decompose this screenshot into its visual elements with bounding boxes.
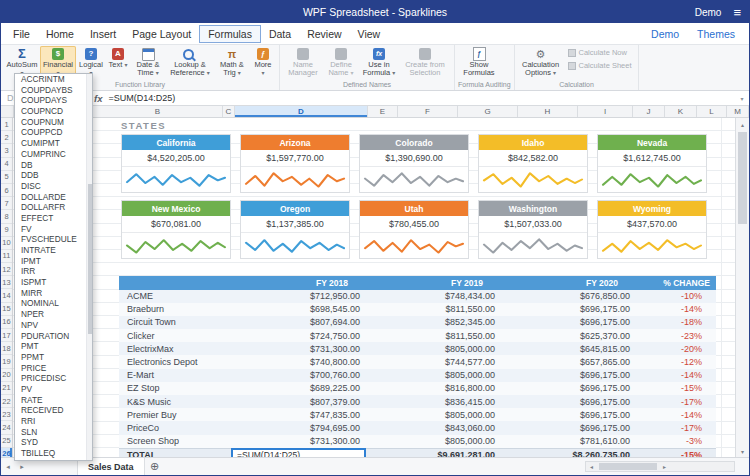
function-list-item[interactable]: ACCRINTM xyxy=(15,74,92,85)
company-cell[interactable]: EZ Stop xyxy=(119,383,231,393)
prev-sheet-icon[interactable]: ◂ xyxy=(1,463,15,471)
sheet-canvas[interactable]: STATES California $4,520,205.00 Arizona … xyxy=(13,118,735,457)
change-cell[interactable]: -10% xyxy=(636,291,716,301)
column-header[interactable]: J xyxy=(633,106,665,117)
vertical-scrollbar[interactable]: ▴ ▾ xyxy=(735,118,749,457)
function-list-item[interactable]: ISPMT xyxy=(15,277,92,288)
fy2020-cell[interactable]: $696,175.00 xyxy=(501,423,636,433)
function-list-item[interactable]: FV xyxy=(15,224,92,235)
fy2018-cell[interactable]: $747,835.00 xyxy=(231,410,366,420)
company-cell[interactable]: Circuit Town xyxy=(119,317,231,327)
fy2019-cell[interactable]: $816,800.00 xyxy=(366,383,501,393)
horizontal-scrollbar[interactable]: ◂ ▸ xyxy=(585,461,735,472)
company-cell[interactable]: Premier Buy xyxy=(119,410,231,420)
row-header[interactable]: 20 xyxy=(1,369,12,382)
column-header[interactable]: G xyxy=(458,106,518,117)
table-row[interactable]: E-Mart $700,760.00 $805,000.00 $696,175.… xyxy=(119,369,716,382)
row-header[interactable]: 13 xyxy=(1,276,12,289)
create-from-selection-button[interactable]: Create from Selection xyxy=(399,46,451,78)
row-header[interactable]: 19 xyxy=(1,355,12,368)
fy2020-cell[interactable]: $696,175.00 xyxy=(501,370,636,380)
state-total-value[interactable]: $1,612,745.00 xyxy=(598,150,706,167)
row-header[interactable]: 21 xyxy=(1,382,12,395)
dropdown-scrollbar-thumb[interactable] xyxy=(88,184,92,334)
more-functions-button[interactable]: ƒ More ▾ xyxy=(250,46,276,78)
row-header[interactable]: 26 xyxy=(1,448,12,457)
fy2019-cell[interactable]: $843,060.00 xyxy=(366,423,501,433)
fy2019-cell[interactable]: $748,434.00 xyxy=(366,291,501,301)
calculate-sheet-button[interactable]: Calculate Sheet xyxy=(568,61,632,70)
calculation-options-button[interactable]: ⚙ Calculation Options ▾ xyxy=(518,46,564,78)
scroll-right-icon[interactable]: ▸ xyxy=(659,463,670,470)
function-list-item[interactable]: IRR xyxy=(15,266,92,277)
fy2020-cell[interactable]: $676,850.00 xyxy=(501,291,636,301)
define-name-button[interactable]: Define Name ▾ xyxy=(323,46,359,78)
row-header[interactable]: 22 xyxy=(1,395,12,408)
function-list-item[interactable]: COUPPCD xyxy=(15,127,92,138)
function-list-item[interactable]: DISC xyxy=(15,181,92,192)
function-list-item[interactable]: INTRATE xyxy=(15,245,92,256)
state-card[interactable]: Colorado $1,390,690.00 xyxy=(359,134,469,193)
tab-view[interactable]: View xyxy=(350,26,389,42)
state-card[interactable]: California $4,520,205.00 xyxy=(121,134,231,193)
tab-page-layout[interactable]: Page Layout xyxy=(124,26,199,42)
function-list-item[interactable]: PRICE xyxy=(15,363,92,374)
state-total-value[interactable]: $4,520,205.00 xyxy=(122,150,230,167)
row-header[interactable]: 12 xyxy=(1,263,12,276)
show-formulas-button[interactable]: ƒ Show Formulas xyxy=(458,46,500,78)
function-list-item[interactable]: SYD xyxy=(15,437,92,448)
total-label[interactable]: TOTAL xyxy=(119,450,231,457)
function-list-item[interactable]: CUMPRINC xyxy=(15,149,92,160)
function-list-item[interactable]: COUPDAYBS xyxy=(15,85,92,96)
tab-formulas[interactable]: Formulas xyxy=(199,25,261,43)
table-row[interactable]: Clicker $724,750.00 $811,550.00 $625,370… xyxy=(119,329,716,342)
row-header[interactable]: 11 xyxy=(1,250,12,263)
function-list-item[interactable]: PRICEDISC xyxy=(15,373,92,384)
fy2019-cell[interactable]: $805,000.00 xyxy=(366,344,501,354)
fy2018-cell[interactable]: $731,300.00 xyxy=(231,436,366,446)
change-cell[interactable]: -17% xyxy=(636,423,716,433)
row-header[interactable]: 2 xyxy=(1,131,12,144)
column-header[interactable]: D xyxy=(235,106,368,117)
state-total-value[interactable]: $1,507,033.00 xyxy=(479,216,587,233)
function-list-item[interactable]: EFFECT xyxy=(15,213,92,224)
state-total-value[interactable]: $670,081.00 xyxy=(122,216,230,233)
table-row[interactable]: Screen Shop $731,300.00 $805,000.00 $781… xyxy=(119,435,716,448)
function-list-item[interactable]: NPV xyxy=(15,320,92,331)
function-list-item[interactable]: IPMT xyxy=(15,256,92,267)
row-header[interactable]: 10 xyxy=(1,237,12,250)
active-edit-cell[interactable]: =SUM(D14:D25) xyxy=(231,448,366,457)
state-card[interactable]: Wyoming $437,570.00 xyxy=(597,200,707,259)
company-cell[interactable]: K&S Music xyxy=(119,397,231,407)
scroll-left-icon[interactable]: ◂ xyxy=(586,463,597,470)
math-trig-button[interactable]: π Math & Trig ▾ xyxy=(214,46,250,78)
change-cell[interactable]: -17% xyxy=(636,397,716,407)
change-cell[interactable]: -14% xyxy=(636,304,716,314)
fy2020-cell[interactable]: $696,175.00 xyxy=(501,410,636,420)
company-cell[interactable]: ElectrixMax xyxy=(119,344,231,354)
fy2020-cell[interactable]: $696,175.00 xyxy=(501,383,636,393)
state-total-value[interactable]: $1,390,690.00 xyxy=(360,150,468,167)
function-list-item[interactable]: DOLLARFR xyxy=(15,202,92,213)
company-cell[interactable]: PriceCo xyxy=(119,423,231,433)
function-list-item[interactable]: DOLLARDE xyxy=(15,192,92,203)
column-header[interactable]: B xyxy=(93,106,223,117)
total-change-cell[interactable]: -15% xyxy=(636,450,716,457)
text-button[interactable]: A Text ▾ xyxy=(106,46,130,69)
column-header[interactable]: K xyxy=(665,106,697,117)
fy2018-cell[interactable]: $807,379.00 xyxy=(231,397,366,407)
change-cell[interactable]: -15% xyxy=(636,383,716,393)
fy2019-cell[interactable]: $811,550.00 xyxy=(366,304,501,314)
row-header[interactable]: 1 xyxy=(1,118,12,131)
function-list-item[interactable]: SLN xyxy=(15,427,92,438)
scroll-down-icon[interactable]: ▾ xyxy=(736,445,749,457)
function-list-item[interactable]: MIRR xyxy=(15,288,92,299)
themes-link[interactable]: Themes xyxy=(697,28,735,40)
change-cell[interactable]: -14% xyxy=(636,410,716,420)
row-header[interactable]: 6 xyxy=(1,184,12,197)
column-header[interactable]: M xyxy=(727,106,749,117)
tab-review[interactable]: Review xyxy=(299,26,349,42)
table-row[interactable]: Electronics Depot $740,800.00 $744,577.0… xyxy=(119,355,716,368)
change-cell[interactable]: -20% xyxy=(636,344,716,354)
table-row[interactable]: ElectrixMax $731,300.00 $805,000.00 $645… xyxy=(119,342,716,355)
